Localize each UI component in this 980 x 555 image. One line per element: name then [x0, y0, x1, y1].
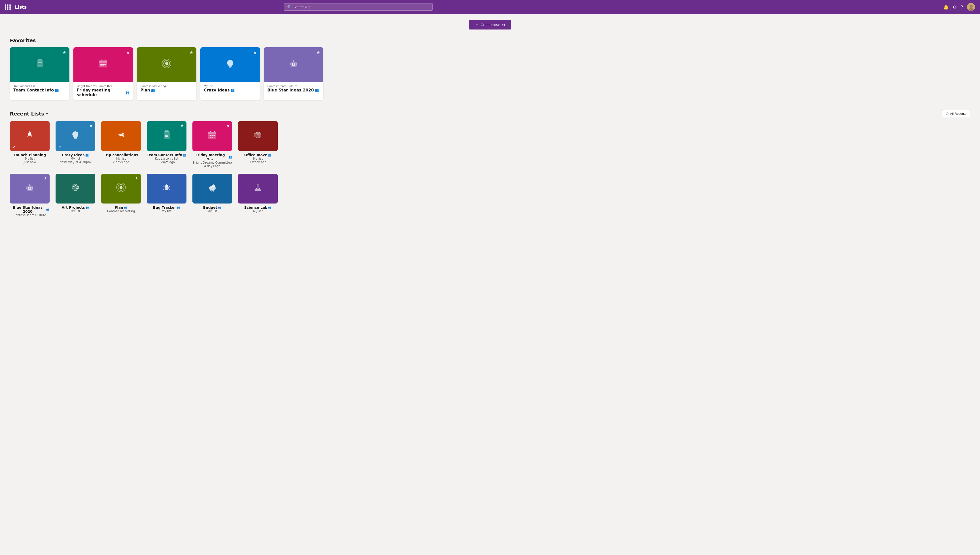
fav-owner-2: Contoso Marketing — [140, 85, 193, 88]
search-box: 🔍 — [284, 3, 433, 11]
svg-rect-32 — [74, 138, 77, 139]
svg-rect-23 — [290, 63, 291, 65]
recent-name-5: Office move 👥 — [244, 153, 272, 157]
main-content: ＋ Create new list Favorites ★ Kat Larson… — [0, 14, 980, 223]
svg-point-60 — [73, 186, 75, 187]
favorites-card-4[interactable]: ★ Contoso Team Culture Blue Star Ideas 2… — [264, 47, 323, 100]
share-icon: 👥 — [85, 206, 89, 209]
fav-card-bottom-0: Kat Larson's list Team Contact Info 👥 — [10, 82, 69, 95]
svg-point-68 — [165, 184, 168, 187]
recent-time-2: 2 days ago — [104, 160, 138, 164]
trend-icon-0: ↗ — [13, 145, 15, 149]
fav-star-icon-1[interactable]: ★ — [126, 50, 130, 55]
svg-line-72 — [169, 186, 170, 187]
recent-item-recent-grid-4[interactable]: ★ Friday meeting s... 👥 Bright Dreams Co… — [193, 121, 232, 168]
settings-icon[interactable]: ⚙️ — [953, 5, 957, 10]
recent-name-1: Art Projects 👥 — [62, 205, 89, 209]
recent-thumb-1 — [56, 174, 95, 204]
recent-star-icon-2[interactable]: ★ — [135, 176, 138, 180]
recent-time-4: 4 days ago — [193, 164, 232, 168]
favorites-card-2[interactable]: ★ Contoso Marketing Plan 👥 — [137, 47, 196, 100]
recent-item-recent-grid-row2-1[interactable]: Art Projects 👥 My list — [56, 174, 95, 217]
svg-rect-35 — [165, 130, 169, 132]
fav-star-icon-4[interactable]: ★ — [316, 50, 320, 55]
recent-time-1: Yesterday at 4:30pm — [60, 160, 91, 164]
recent-item-recent-grid-row2-4[interactable]: Budget 👥 My list — [193, 174, 232, 217]
recent-icon-5 — [253, 130, 263, 143]
search-icon: 🔍 — [287, 5, 291, 9]
svg-rect-79 — [215, 187, 216, 189]
favorites-grid: ★ Kat Larson's list Team Contact Info 👥 … — [10, 47, 970, 100]
svg-line-71 — [164, 189, 165, 189]
fav-star-icon-2[interactable]: ★ — [190, 50, 193, 55]
recent-lists-chevron[interactable]: ▾ — [46, 111, 48, 116]
recent-owner-1: My list — [60, 157, 91, 160]
help-icon[interactable]: ? — [961, 5, 963, 10]
recent-thumb-0: ★ — [10, 174, 50, 204]
recent-owner-5: My list — [244, 209, 272, 213]
svg-rect-13 — [103, 64, 104, 65]
favorites-card-1[interactable]: ★ Bright Dreams Committee Friday meeting… — [73, 47, 133, 100]
create-btn-wrap: ＋ Create new list — [10, 20, 970, 29]
recent-item-recent-grid-row2-0[interactable]: ★ Blue Star Ideas 2020 👥 Contoso Team Cu… — [10, 174, 50, 217]
recent-thumb-0: ↗ — [10, 121, 50, 151]
recent-item-recent-grid-3[interactable]: ★ Team Contact Info 👥 Kat Larson's list … — [147, 121, 186, 168]
favorites-section: Favorites ★ Kat Larson's list Team Conta… — [10, 37, 970, 100]
recent-item-recent-grid-row2-5[interactable]: Science Lab 👥 My list — [238, 174, 278, 217]
recent-item-recent-grid-5[interactable]: Office move 👥 My list 1 week ago — [238, 121, 278, 168]
svg-rect-40 — [208, 132, 216, 134]
all-recents-button[interactable]: ⬡ All Recents — [942, 110, 970, 117]
avatar[interactable] — [967, 3, 975, 11]
svg-rect-53 — [32, 187, 33, 189]
svg-point-62 — [77, 186, 78, 187]
fav-star-icon-3[interactable]: ★ — [253, 50, 257, 55]
recent-star-icon-1[interactable]: ★ — [89, 123, 93, 128]
search-input[interactable] — [293, 5, 429, 9]
recent-star-icon-3[interactable]: ★ — [180, 123, 184, 128]
recent-time-3: 3 days ago — [147, 160, 186, 164]
svg-rect-20 — [229, 66, 231, 67]
svg-rect-45 — [214, 135, 215, 136]
recent-icon-2 — [115, 181, 127, 196]
share-icon: 👥 — [124, 206, 127, 209]
recent-item-recent-grid-1[interactable]: ★ ↗ Crazy Ideas 👥 My list Yesterday at 4… — [56, 121, 95, 168]
share-icon-1: 👥 — [125, 91, 129, 95]
fav-star-icon-0[interactable]: ★ — [63, 50, 66, 55]
recent-name-3: Bug Tracker 👥 — [153, 205, 180, 209]
svg-point-10 — [101, 59, 102, 61]
share-icon-2: 👥 — [151, 88, 155, 92]
recent-owner-2: Contoso Marketing — [107, 209, 135, 213]
svg-rect-14 — [104, 64, 106, 65]
fav-card-top-4: ★ — [264, 47, 323, 82]
recent-info-1: Crazy Ideas 👥 My list Yesterday at 4:30p… — [60, 153, 91, 164]
recent-star-icon-4[interactable]: ★ — [226, 123, 230, 128]
recent-item-recent-grid-0[interactable]: ↗ Launch Planning My list Just now — [10, 121, 50, 168]
app-title: Lists — [15, 5, 27, 10]
recent-icon-1 — [69, 129, 81, 143]
app-header: Lists 🔍 🔔 ⚙️ ? — [0, 0, 980, 14]
recent-star-icon-0[interactable]: ★ — [43, 176, 47, 180]
bell-icon[interactable]: 🔔 — [943, 5, 949, 10]
recent-owner-2: My list — [104, 157, 138, 160]
share-icon: 👥 — [268, 154, 272, 157]
app-launcher-icon[interactable] — [5, 5, 11, 10]
svg-rect-36 — [165, 134, 169, 134]
recent-item-recent-grid-row2-2[interactable]: ★ Plan 👥 Contoso Marketing — [101, 174, 141, 217]
recent-item-recent-grid-2[interactable]: Trip cancellations My list 2 days ago — [101, 121, 141, 168]
favorites-card-0[interactable]: ★ Kat Larson's list Team Contact Info 👥 — [10, 47, 69, 100]
recent-name-4: Budget 👥 — [203, 205, 222, 209]
fav-card-icon-2 — [161, 58, 173, 72]
svg-point-76 — [212, 184, 215, 188]
share-icon: 👥 — [177, 206, 180, 209]
create-new-list-button[interactable]: ＋ Create new list — [469, 20, 511, 29]
fav-name-0: Team Contact Info 👥 — [13, 88, 66, 93]
recent-item-recent-grid-row2-3[interactable]: Bug Tracker 👥 My list — [147, 174, 186, 217]
recent-grid: ↗ Launch Planning My list Just now ★ ↗ C… — [10, 121, 970, 168]
fav-card-top-2: ★ — [137, 47, 196, 82]
svg-point-29 — [293, 60, 294, 61]
fav-card-icon-1 — [97, 58, 109, 72]
recent-owner-3: My list — [153, 209, 180, 213]
filter-icon: ⬡ — [946, 112, 948, 115]
favorites-card-3[interactable]: ★ My list Crazy Ideas 👥 — [200, 47, 260, 100]
svg-rect-24 — [296, 63, 297, 65]
